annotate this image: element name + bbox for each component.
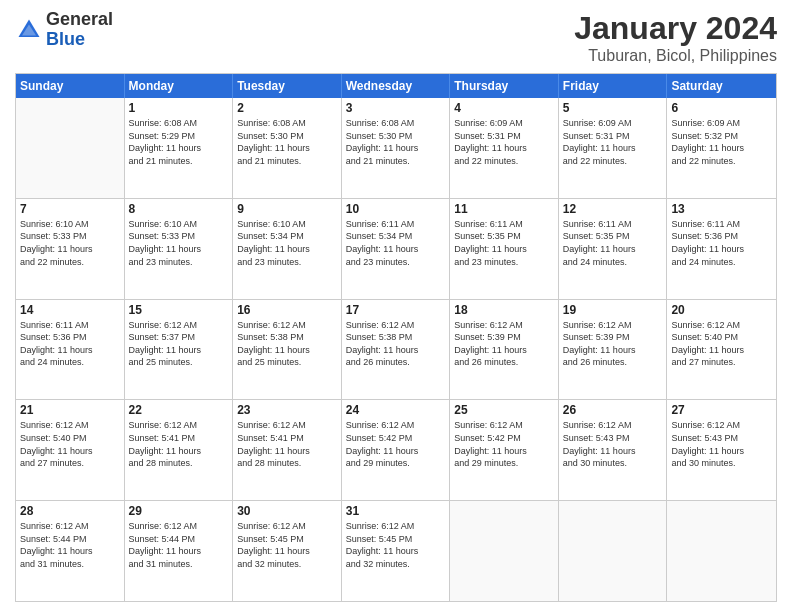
day-info: Sunrise: 6:11 AM Sunset: 5:36 PM Dayligh… [20,319,120,369]
day-number: 27 [671,403,772,417]
logo-blue: Blue [46,29,85,49]
calendar-cell: 23Sunrise: 6:12 AM Sunset: 5:41 PM Dayli… [233,400,342,500]
calendar-cell: 27Sunrise: 6:12 AM Sunset: 5:43 PM Dayli… [667,400,776,500]
calendar-cell: 13Sunrise: 6:11 AM Sunset: 5:36 PM Dayli… [667,199,776,299]
calendar: SundayMondayTuesdayWednesdayThursdayFrid… [15,73,777,602]
day-info: Sunrise: 6:12 AM Sunset: 5:43 PM Dayligh… [563,419,663,469]
calendar-header-cell: Thursday [450,74,559,98]
day-info: Sunrise: 6:12 AM Sunset: 5:40 PM Dayligh… [671,319,772,369]
calendar-cell: 24Sunrise: 6:12 AM Sunset: 5:42 PM Dayli… [342,400,451,500]
day-info: Sunrise: 6:12 AM Sunset: 5:44 PM Dayligh… [20,520,120,570]
calendar-header-cell: Tuesday [233,74,342,98]
day-number: 8 [129,202,229,216]
day-info: Sunrise: 6:11 AM Sunset: 5:35 PM Dayligh… [563,218,663,268]
calendar-cell: 29Sunrise: 6:12 AM Sunset: 5:44 PM Dayli… [125,501,234,601]
day-info: Sunrise: 6:12 AM Sunset: 5:41 PM Dayligh… [237,419,337,469]
day-info: Sunrise: 6:12 AM Sunset: 5:39 PM Dayligh… [454,319,554,369]
calendar-cell: 14Sunrise: 6:11 AM Sunset: 5:36 PM Dayli… [16,300,125,400]
day-number: 5 [563,101,663,115]
day-info: Sunrise: 6:11 AM Sunset: 5:36 PM Dayligh… [671,218,772,268]
day-number: 7 [20,202,120,216]
day-number: 25 [454,403,554,417]
day-number: 19 [563,303,663,317]
calendar-cell: 28Sunrise: 6:12 AM Sunset: 5:44 PM Dayli… [16,501,125,601]
day-info: Sunrise: 6:08 AM Sunset: 5:29 PM Dayligh… [129,117,229,167]
calendar-header: SundayMondayTuesdayWednesdayThursdayFrid… [16,74,776,98]
page: General Blue January 2024 Tuburan, Bicol… [0,0,792,612]
calendar-cell [559,501,668,601]
day-number: 1 [129,101,229,115]
day-info: Sunrise: 6:12 AM Sunset: 5:41 PM Dayligh… [129,419,229,469]
day-info: Sunrise: 6:12 AM Sunset: 5:40 PM Dayligh… [20,419,120,469]
day-number: 31 [346,504,446,518]
calendar-cell: 8Sunrise: 6:10 AM Sunset: 5:33 PM Daylig… [125,199,234,299]
calendar-cell [667,501,776,601]
day-number: 21 [20,403,120,417]
calendar-cell: 3Sunrise: 6:08 AM Sunset: 5:30 PM Daylig… [342,98,451,198]
day-number: 12 [563,202,663,216]
day-number: 28 [20,504,120,518]
day-info: Sunrise: 6:09 AM Sunset: 5:31 PM Dayligh… [454,117,554,167]
day-info: Sunrise: 6:09 AM Sunset: 5:31 PM Dayligh… [563,117,663,167]
day-number: 26 [563,403,663,417]
page-title: January 2024 [574,10,777,47]
day-number: 14 [20,303,120,317]
calendar-cell: 26Sunrise: 6:12 AM Sunset: 5:43 PM Dayli… [559,400,668,500]
day-info: Sunrise: 6:10 AM Sunset: 5:33 PM Dayligh… [129,218,229,268]
title-area: January 2024 Tuburan, Bicol, Philippines [574,10,777,65]
calendar-header-cell: Sunday [16,74,125,98]
day-info: Sunrise: 6:08 AM Sunset: 5:30 PM Dayligh… [237,117,337,167]
calendar-cell: 2Sunrise: 6:08 AM Sunset: 5:30 PM Daylig… [233,98,342,198]
calendar-header-cell: Friday [559,74,668,98]
day-number: 4 [454,101,554,115]
day-number: 15 [129,303,229,317]
calendar-cell: 7Sunrise: 6:10 AM Sunset: 5:33 PM Daylig… [16,199,125,299]
day-number: 3 [346,101,446,115]
day-info: Sunrise: 6:10 AM Sunset: 5:34 PM Dayligh… [237,218,337,268]
calendar-cell: 30Sunrise: 6:12 AM Sunset: 5:45 PM Dayli… [233,501,342,601]
day-number: 9 [237,202,337,216]
calendar-header-cell: Wednesday [342,74,451,98]
calendar-cell: 25Sunrise: 6:12 AM Sunset: 5:42 PM Dayli… [450,400,559,500]
day-info: Sunrise: 6:10 AM Sunset: 5:33 PM Dayligh… [20,218,120,268]
calendar-cell: 20Sunrise: 6:12 AM Sunset: 5:40 PM Dayli… [667,300,776,400]
calendar-cell: 22Sunrise: 6:12 AM Sunset: 5:41 PM Dayli… [125,400,234,500]
calendar-cell: 19Sunrise: 6:12 AM Sunset: 5:39 PM Dayli… [559,300,668,400]
calendar-row: 21Sunrise: 6:12 AM Sunset: 5:40 PM Dayli… [16,400,776,501]
day-number: 22 [129,403,229,417]
calendar-row: 1Sunrise: 6:08 AM Sunset: 5:29 PM Daylig… [16,98,776,199]
day-number: 23 [237,403,337,417]
day-info: Sunrise: 6:12 AM Sunset: 5:42 PM Dayligh… [454,419,554,469]
day-number: 10 [346,202,446,216]
day-number: 11 [454,202,554,216]
calendar-cell: 9Sunrise: 6:10 AM Sunset: 5:34 PM Daylig… [233,199,342,299]
header: General Blue January 2024 Tuburan, Bicol… [15,10,777,65]
calendar-row: 28Sunrise: 6:12 AM Sunset: 5:44 PM Dayli… [16,501,776,601]
calendar-cell: 5Sunrise: 6:09 AM Sunset: 5:31 PM Daylig… [559,98,668,198]
calendar-cell [450,501,559,601]
logo-text: General Blue [46,10,113,50]
calendar-cell: 6Sunrise: 6:09 AM Sunset: 5:32 PM Daylig… [667,98,776,198]
calendar-cell: 21Sunrise: 6:12 AM Sunset: 5:40 PM Dayli… [16,400,125,500]
calendar-cell: 4Sunrise: 6:09 AM Sunset: 5:31 PM Daylig… [450,98,559,198]
calendar-cell: 12Sunrise: 6:11 AM Sunset: 5:35 PM Dayli… [559,199,668,299]
day-number: 20 [671,303,772,317]
logo-icon [15,16,43,44]
day-info: Sunrise: 6:12 AM Sunset: 5:37 PM Dayligh… [129,319,229,369]
calendar-cell: 1Sunrise: 6:08 AM Sunset: 5:29 PM Daylig… [125,98,234,198]
day-info: Sunrise: 6:12 AM Sunset: 5:43 PM Dayligh… [671,419,772,469]
day-info: Sunrise: 6:12 AM Sunset: 5:45 PM Dayligh… [346,520,446,570]
day-number: 18 [454,303,554,317]
calendar-cell: 31Sunrise: 6:12 AM Sunset: 5:45 PM Dayli… [342,501,451,601]
day-info: Sunrise: 6:09 AM Sunset: 5:32 PM Dayligh… [671,117,772,167]
calendar-cell: 11Sunrise: 6:11 AM Sunset: 5:35 PM Dayli… [450,199,559,299]
day-info: Sunrise: 6:12 AM Sunset: 5:39 PM Dayligh… [563,319,663,369]
logo-area: General Blue [15,10,113,50]
calendar-cell: 18Sunrise: 6:12 AM Sunset: 5:39 PM Dayli… [450,300,559,400]
calendar-body: 1Sunrise: 6:08 AM Sunset: 5:29 PM Daylig… [16,98,776,601]
calendar-cell: 10Sunrise: 6:11 AM Sunset: 5:34 PM Dayli… [342,199,451,299]
day-info: Sunrise: 6:12 AM Sunset: 5:44 PM Dayligh… [129,520,229,570]
day-info: Sunrise: 6:11 AM Sunset: 5:34 PM Dayligh… [346,218,446,268]
day-info: Sunrise: 6:12 AM Sunset: 5:38 PM Dayligh… [237,319,337,369]
calendar-row: 14Sunrise: 6:11 AM Sunset: 5:36 PM Dayli… [16,300,776,401]
